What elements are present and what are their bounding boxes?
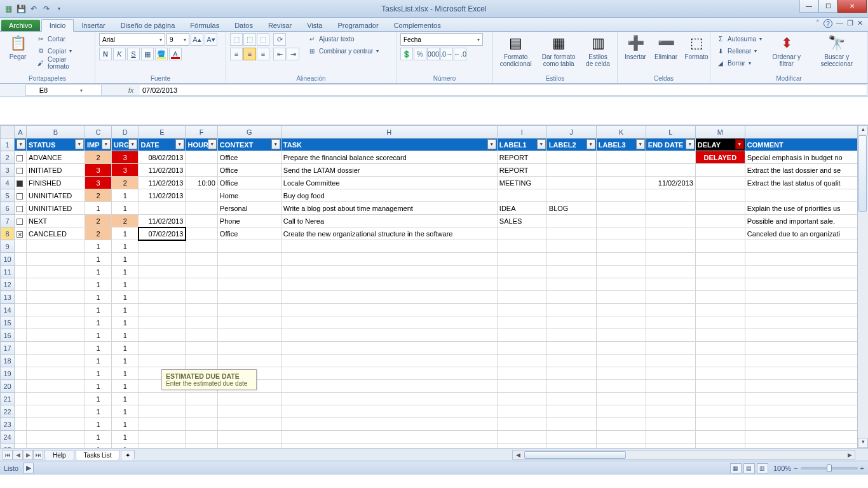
cell-styles-button[interactable]: ▥Estilos de celda: [583, 33, 613, 69]
cell[interactable]: [15, 355, 27, 367]
cell[interactable]: 2: [85, 151, 112, 164]
filter-icon[interactable]: ▾: [587, 139, 595, 149]
filter-icon[interactable]: ▾: [102, 139, 111, 149]
cell[interactable]: 1: [112, 444, 139, 449]
decrease-font-icon[interactable]: A▾: [205, 33, 217, 46]
cell[interactable]: [745, 291, 859, 304]
cell[interactable]: 1: [112, 418, 139, 431]
cell[interactable]: 2: [85, 227, 112, 240]
cell[interactable]: [546, 367, 596, 380]
cell[interactable]: Explain the use of priorities us: [745, 202, 859, 215]
row-header[interactable]: 16: [1, 329, 15, 342]
cell[interactable]: [186, 227, 217, 240]
cell[interactable]: 1: [112, 329, 139, 342]
cell[interactable]: [646, 316, 695, 329]
row-header[interactable]: 6: [1, 202, 15, 215]
cell[interactable]: CANCELED: [27, 227, 85, 240]
cell[interactable]: [186, 253, 217, 266]
cell[interactable]: [15, 304, 27, 316]
tab-archivo[interactable]: Archivo: [1, 20, 40, 31]
col-header[interactable]: E: [139, 126, 186, 139]
cell[interactable]: [27, 329, 85, 342]
cell[interactable]: [596, 444, 646, 449]
cell[interactable]: 11/02/2013: [646, 177, 695, 189]
col-header[interactable]: C: [85, 126, 112, 139]
cell[interactable]: [217, 393, 281, 405]
row-header[interactable]: 24: [1, 431, 15, 444]
cell[interactable]: [646, 253, 695, 266]
row-header[interactable]: 19: [1, 367, 15, 380]
cell[interactable]: [546, 405, 596, 418]
cell[interactable]: [139, 266, 186, 278]
cell[interactable]: [745, 418, 859, 431]
cell[interactable]: 1: [112, 367, 139, 380]
scroll-right-icon[interactable]: ▶: [844, 452, 855, 458]
increase-decimal-icon[interactable]: .0→: [440, 48, 453, 60]
cell[interactable]: Call to Nerea: [281, 215, 497, 227]
cell[interactable]: [27, 253, 85, 266]
cell[interactable]: 1: [85, 431, 112, 444]
tab-inicio[interactable]: Inicio: [41, 19, 74, 32]
save-icon[interactable]: 💾: [15, 3, 27, 15]
cell[interactable]: 1: [85, 304, 112, 316]
cell[interactable]: [745, 444, 859, 449]
cell[interactable]: [646, 278, 695, 291]
row-header[interactable]: 17: [1, 342, 15, 355]
tab-diseno[interactable]: Diseño de página: [113, 20, 183, 31]
cell[interactable]: [497, 418, 546, 431]
tab-nav-prev-icon[interactable]: ◀: [13, 450, 23, 460]
cell[interactable]: [546, 355, 596, 367]
cell[interactable]: [646, 240, 695, 253]
cell[interactable]: [27, 291, 85, 304]
row-header[interactable]: 15: [1, 316, 15, 329]
cell[interactable]: [15, 342, 27, 355]
cell[interactable]: [186, 151, 217, 164]
filter-header[interactable]: LABEL3▾: [596, 139, 646, 151]
row-header[interactable]: 8: [1, 227, 15, 240]
cell[interactable]: [281, 316, 497, 329]
filter-header[interactable]: DELAY▾: [695, 139, 745, 151]
cell[interactable]: [546, 380, 596, 393]
filter-icon[interactable]: ▾: [636, 139, 645, 149]
cell[interactable]: [646, 367, 695, 380]
cell[interactable]: Office: [217, 164, 281, 177]
sheet-tab-help[interactable]: Help: [44, 450, 74, 460]
cell[interactable]: [695, 202, 745, 215]
col-header[interactable]: L: [646, 126, 695, 139]
cell[interactable]: [596, 202, 646, 215]
cell[interactable]: [497, 240, 546, 253]
cell[interactable]: REPORT: [497, 164, 546, 177]
cell[interactable]: [139, 253, 186, 266]
cell[interactable]: [596, 278, 646, 291]
cell[interactable]: [27, 316, 85, 329]
cell[interactable]: [745, 304, 859, 316]
col-header[interactable]: I: [497, 126, 546, 139]
cell[interactable]: [281, 418, 497, 431]
cell[interactable]: [497, 304, 546, 316]
page-break-view-icon[interactable]: ▥: [757, 463, 768, 473]
cell[interactable]: 10:00: [186, 177, 217, 189]
cell[interactable]: [27, 342, 85, 355]
align-middle-icon[interactable]: ⬚: [243, 33, 256, 46]
page-layout-view-icon[interactable]: ▤: [743, 463, 755, 473]
filter-icon[interactable]: ▾: [128, 139, 137, 149]
cell[interactable]: INITIATED: [27, 164, 85, 177]
cell[interactable]: [695, 316, 745, 329]
fill-button[interactable]: ⬇Rellenar▾: [714, 45, 763, 57]
cell[interactable]: [281, 367, 497, 380]
cell[interactable]: [745, 189, 859, 202]
cell[interactable]: Phone: [217, 215, 281, 227]
scroll-thumb[interactable]: [858, 135, 867, 212]
cell[interactable]: [596, 291, 646, 304]
cell[interactable]: [695, 304, 745, 316]
cell[interactable]: [497, 329, 546, 342]
filter-icon[interactable]: ▾: [175, 139, 184, 149]
cell[interactable]: [695, 329, 745, 342]
cell[interactable]: REPORT: [497, 151, 546, 164]
orientation-icon[interactable]: ⟳: [273, 33, 286, 46]
cell[interactable]: [497, 316, 546, 329]
cell[interactable]: [139, 202, 186, 215]
filter-header[interactable]: ▾: [15, 139, 27, 151]
align-top-icon[interactable]: ⬚: [230, 33, 243, 46]
filter-header[interactable]: CONTEXT▾: [217, 139, 281, 151]
